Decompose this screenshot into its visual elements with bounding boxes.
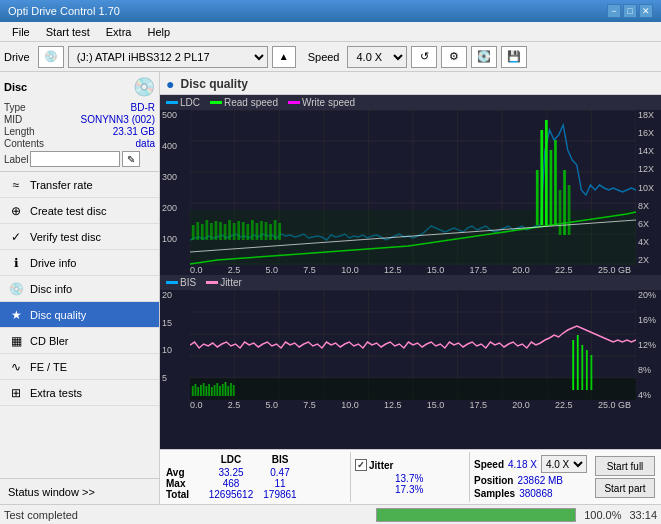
sidebar-item-create-test-disc-label: Create test disc: [30, 205, 106, 217]
menu-file[interactable]: File: [4, 24, 38, 40]
start-full-button[interactable]: Start full: [595, 456, 655, 476]
disc-panel-icon: 💿: [133, 76, 155, 98]
sidebar-item-cd-bler[interactable]: ▦ CD Bler: [0, 328, 159, 354]
svg-rect-41: [550, 150, 553, 225]
start-buttons: Start full Start part: [595, 456, 655, 498]
refresh-button[interactable]: ↺: [411, 46, 437, 68]
stats-divider2: [469, 452, 470, 502]
bottom-legend: BIS Jitter: [160, 275, 661, 290]
speed-select[interactable]: 4.0 X: [541, 455, 587, 473]
svg-rect-83: [590, 355, 592, 390]
svg-rect-72: [216, 383, 218, 396]
menu-start-test[interactable]: Start test: [38, 24, 98, 40]
bis-legend-label: BIS: [180, 277, 196, 288]
ldc-legend: LDC: [166, 97, 200, 108]
svg-rect-74: [222, 384, 224, 396]
bottom-chart-x-axis: 0.0 2.5 5.0 7.5 10.0 12.5 15.0 17.5 20.0…: [160, 400, 661, 410]
svg-rect-68: [205, 386, 207, 396]
disc-panel: Disc 💿 Type BD-R MID SONYNN3 (002) Lengt…: [0, 72, 159, 172]
sidebar-item-disc-info-label: Disc info: [30, 283, 72, 295]
save-button[interactable]: 💾: [501, 46, 527, 68]
position-row: Position 23862 MB: [474, 475, 595, 486]
start-part-button[interactable]: Start part: [595, 478, 655, 498]
samples-row: Samples 380868: [474, 488, 595, 499]
disc-label-input[interactable]: [30, 151, 120, 167]
drive-select[interactable]: (J:) ATAPI iHBS312 2 PL17: [68, 46, 268, 68]
sidebar-item-disc-quality[interactable]: ★ Disc quality: [0, 302, 159, 328]
max-label: Max: [166, 478, 202, 489]
minimize-button[interactable]: −: [607, 4, 621, 18]
title-bar: Opti Drive Control 1.70 − □ ✕: [0, 0, 661, 22]
disc-button[interactable]: 💽: [471, 46, 497, 68]
svg-rect-65: [197, 387, 199, 396]
top-chart-x-axis: 0.0 2.5 5.0 7.5 10.0 12.5 15.0 17.5 20.0…: [160, 265, 661, 275]
jitter-header: ✓ Jitter: [355, 459, 465, 471]
sidebar-item-transfer-rate[interactable]: ≈ Transfer rate: [0, 172, 159, 198]
svg-rect-34: [265, 222, 268, 240]
sidebar-item-extra-tests-label: Extra tests: [30, 387, 82, 399]
disc-quality-chart-icon: ●: [166, 76, 174, 92]
svg-rect-42: [554, 140, 557, 225]
drive-icon[interactable]: 💿: [38, 46, 64, 68]
ldc-col-header: [166, 454, 202, 465]
bottom-chart-area: 20 15 10 5 20% 16% 12% 8% 4%: [160, 290, 661, 400]
menu-extra[interactable]: Extra: [98, 24, 140, 40]
disc-type-row: Type BD-R: [4, 102, 155, 113]
sidebar-item-disc-info[interactable]: 💿 Disc info: [0, 276, 159, 302]
svg-rect-69: [208, 384, 210, 396]
ldc-legend-label: LDC: [180, 97, 200, 108]
svg-rect-62: [190, 378, 636, 400]
settings-button[interactable]: ⚙: [441, 46, 467, 68]
svg-rect-78: [233, 385, 235, 396]
chart-panel-header: ● Disc quality: [166, 76, 655, 92]
maximize-button[interactable]: □: [623, 4, 637, 18]
read-speed-legend-label: Read speed: [224, 97, 278, 108]
speed-select[interactable]: 4.0 X: [347, 46, 407, 68]
disc-label-label: Label: [4, 154, 28, 165]
sidebar-item-drive-info[interactable]: ℹ Drive info: [0, 250, 159, 276]
svg-rect-31: [251, 220, 254, 240]
speed-header-row: Speed 4.18 X 4.0 X: [474, 455, 595, 473]
progress-section: Test completed 100.0% 33:14: [0, 504, 661, 524]
sidebar-item-transfer-rate-label: Transfer rate: [30, 179, 93, 191]
svg-rect-24: [219, 222, 222, 240]
svg-rect-38: [536, 170, 539, 225]
chart-panel-title: Disc quality: [180, 77, 247, 91]
svg-rect-22: [210, 223, 213, 240]
bis-col-label: BIS: [260, 454, 300, 465]
disc-length-label: Length: [4, 126, 35, 137]
svg-rect-63: [192, 386, 194, 396]
sidebar-item-extra-tests[interactable]: ⊞ Extra tests: [0, 380, 159, 406]
svg-rect-36: [274, 220, 277, 240]
close-button[interactable]: ✕: [639, 4, 653, 18]
menu-help[interactable]: Help: [139, 24, 178, 40]
extra-tests-icon: ⊞: [8, 385, 24, 401]
disc-panel-header: Disc 💿: [4, 76, 155, 98]
progress-bar-wrapper: [376, 508, 576, 522]
content-area: ● Disc quality LDC Read speed Write spee…: [160, 72, 661, 504]
svg-rect-33: [260, 221, 263, 240]
disc-contents-value: data: [136, 138, 155, 149]
disc-label-row: Label ✎: [4, 151, 155, 167]
sidebar-item-create-test-disc[interactable]: ⊕ Create test disc: [0, 198, 159, 224]
status-window-button[interactable]: Status window >>: [0, 478, 159, 504]
speed-label: Speed: [308, 51, 340, 63]
disc-label-edit-button[interactable]: ✎: [122, 151, 140, 167]
sidebar-item-verify-test-disc[interactable]: ✓ Verify test disc: [0, 224, 159, 250]
svg-rect-28: [237, 221, 240, 240]
total-ldc-value: 12695612: [206, 489, 256, 500]
sidebar-item-fe-te[interactable]: ∿ FE / TE: [0, 354, 159, 380]
svg-rect-64: [195, 384, 197, 396]
window-controls: − □ ✕: [607, 4, 653, 18]
svg-rect-66: [200, 385, 202, 396]
progress-percent: 100.0%: [584, 509, 621, 521]
menu-bar: File Start test Extra Help: [0, 22, 661, 42]
speed-label: Speed: [474, 459, 504, 470]
jitter-checkbox[interactable]: ✓: [355, 459, 367, 471]
drive-bar: Drive 💿 (J:) ATAPI iHBS312 2 PL17 ▲ Spee…: [0, 42, 661, 72]
svg-rect-71: [214, 385, 216, 396]
eject-button[interactable]: ▲: [272, 46, 296, 68]
sidebar: Disc 💿 Type BD-R MID SONYNN3 (002) Lengt…: [0, 72, 160, 504]
svg-rect-18: [192, 225, 195, 240]
position-label: Position: [474, 475, 513, 486]
